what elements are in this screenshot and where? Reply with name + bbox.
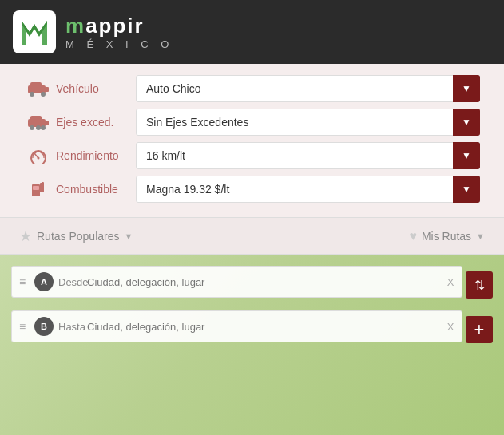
logo-icon: [13, 10, 56, 53]
desde-type-label: Desde: [58, 276, 87, 288]
header: mappir M É X I C O: [0, 0, 504, 64]
svg-rect-17: [33, 186, 39, 190]
svg-point-11: [36, 125, 41, 130]
logo-text: mappir M É X I C O: [65, 14, 173, 50]
add-waypoint-button[interactable]: +: [466, 316, 493, 343]
hasta-drag-handle[interactable]: ≡: [12, 320, 30, 333]
logo-brand: mappir: [65, 14, 173, 38]
mis-rutas-button[interactable]: ♥ Mis Rutas ▼: [398, 224, 496, 248]
mis-rutas-label: Mis Rutas: [422, 230, 471, 243]
heart-icon: ♥: [409, 229, 417, 243]
combustible-row: Combustible Magna 19.32 $/lt ▼: [24, 176, 480, 203]
route-inputs: ≡ A Desde X ⇅ ≡ B Hasta: [11, 266, 493, 349]
rendimiento-select-wrapper[interactable]: 16 km/lt ▼: [136, 142, 480, 169]
hasta-input[interactable]: [87, 321, 439, 333]
logo-m: m: [65, 14, 85, 38]
svg-point-15: [38, 157, 40, 160]
logo-appir: appir: [85, 14, 145, 38]
hasta-badge: B: [34, 317, 54, 336]
rendimiento-select[interactable]: 16 km/lt: [136, 142, 480, 169]
vehiculo-row: Vehículo Auto Chico ▼: [24, 75, 480, 102]
vehiculo-select[interactable]: Auto Chico: [136, 75, 480, 102]
hasta-row: ≡ B Hasta X: [11, 310, 462, 342]
mis-rutas-chevron-icon: ▼: [476, 231, 485, 241]
svg-point-6: [41, 92, 46, 97]
hasta-type-label: Hasta: [58, 321, 87, 333]
combustible-select[interactable]: Magna 19.32 $/lt: [136, 176, 480, 203]
rutas-populares-label: Rutas Populares: [37, 230, 120, 243]
svg-rect-7: [46, 87, 49, 92]
svg-rect-13: [46, 121, 49, 125]
svg-rect-4: [30, 82, 42, 89]
add-icon: +: [474, 319, 485, 340]
swap-button[interactable]: ⇅: [466, 271, 493, 299]
hasta-clear-button[interactable]: X: [439, 321, 462, 333]
rendimiento-row: Rendimiento 16 km/lt ▼: [24, 142, 480, 169]
routes-bar: ★ Rutas Populares ▼ ♥ Mis Rutas ▼: [0, 218, 504, 255]
ejes-label: Ejes exced.: [56, 116, 136, 129]
desde-drag-handle[interactable]: ≡: [12, 275, 30, 288]
rutas-populares-button[interactable]: ★ Rutas Populares ▼: [8, 223, 144, 250]
ejes-row: Ejes exced. Sin Ejes Excedentes ▼: [24, 109, 480, 136]
combustible-label: Combustible: [56, 183, 136, 196]
svg-point-12: [41, 125, 46, 130]
map-area: ≡ A Desde X ⇅ ≡ B Hasta: [0, 255, 504, 435]
logo-country: M É X I C O: [65, 38, 173, 50]
rendimiento-icon: [24, 148, 53, 164]
desde-input[interactable]: [87, 276, 439, 288]
desde-row: ≡ A Desde X: [11, 266, 462, 298]
svg-rect-9: [30, 116, 42, 122]
desde-badge: A: [34, 272, 54, 291]
svg-rect-19: [42, 182, 44, 184]
swap-icon: ⇅: [474, 278, 485, 293]
config-panel: Vehículo Auto Chico ▼ Ejes exced. Sin Ej…: [0, 64, 504, 218]
populares-chevron-icon: ▼: [125, 231, 133, 241]
vehiculo-label: Vehículo: [56, 82, 136, 95]
combustible-icon: [24, 180, 53, 199]
svg-point-5: [30, 92, 34, 97]
vehiculo-select-wrapper[interactable]: Auto Chico ▼: [136, 75, 480, 102]
ejes-icon: [24, 114, 53, 130]
combustible-select-wrapper[interactable]: Magna 19.32 $/lt ▼: [136, 176, 480, 203]
star-icon: ★: [19, 227, 32, 245]
svg-point-10: [30, 125, 34, 130]
ejes-select[interactable]: Sin Ejes Excedentes: [136, 109, 480, 136]
rendimiento-label: Rendimiento: [56, 149, 136, 162]
desde-clear-button[interactable]: X: [439, 276, 462, 288]
vehicle-icon: [24, 81, 53, 97]
ejes-select-wrapper[interactable]: Sin Ejes Excedentes ▼: [136, 109, 480, 136]
